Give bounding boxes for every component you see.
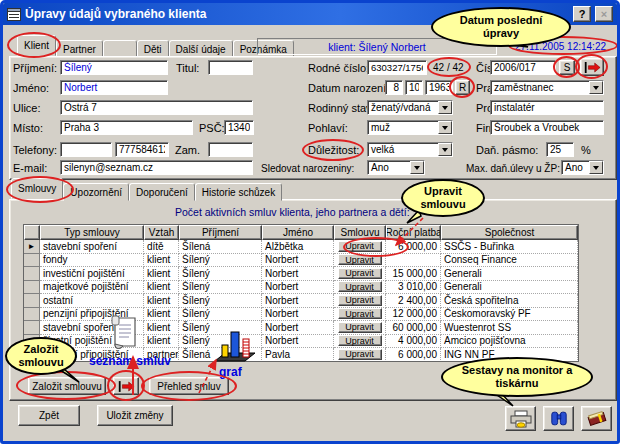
prijmeni-input[interactable] <box>60 60 168 75</box>
cell-spolecnost: Českomoravský PF <box>441 308 578 322</box>
cell-prijmeni: Šílený <box>179 294 262 308</box>
cell-smlouvu: Upravit <box>334 294 386 308</box>
pracovni-stav-select[interactable]: zaměstnanec <box>490 80 604 95</box>
sledovat-narozeniny-select[interactable]: Ano <box>367 160 425 175</box>
rok-input[interactable] <box>425 80 453 95</box>
dan-pasmo-input[interactable] <box>546 142 574 157</box>
cell-vztah: klient <box>144 254 179 268</box>
prehled-smluv-button[interactable]: Přehled smluv <box>149 377 229 395</box>
row-selector[interactable] <box>24 294 40 308</box>
cell-jmeno: Norbert <box>262 281 334 295</box>
cell-prijmeni: Šílený <box>179 308 262 322</box>
active-contracts-label: Počet aktivních smluv klienta, jeho part… <box>175 206 410 218</box>
callout-zalozit-smlouvu: Založit smlouvu <box>5 337 77 375</box>
cell-smlouvu: Upravit <box>334 240 386 254</box>
cislo-analyzy-input[interactable] <box>490 60 556 75</box>
ulozit-zmeny-button[interactable]: Uložit změny <box>97 405 173 426</box>
telefon2-input[interactable] <box>115 142 169 157</box>
row-selector[interactable] <box>24 281 40 295</box>
cell-rocni-platba: 6 000,00 <box>386 240 441 254</box>
cell-typ-smlouvy: majetkové pojištění <box>40 281 144 295</box>
upravit-button[interactable]: Upravit <box>338 349 382 360</box>
book-icon <box>586 410 608 427</box>
tab-doporuceni[interactable]: Doporučení <box>129 183 195 201</box>
zpet-button[interactable]: Zpět <box>18 405 80 426</box>
cell-vztah: klient <box>144 267 179 281</box>
tab-historie-schuzek[interactable]: Historie schůzek <box>195 183 282 201</box>
rodinny-stav-select[interactable]: ženatý/vdaná <box>367 100 453 115</box>
table-row: ►stavební spořenídítěŠílenáAlžbětkaUprav… <box>24 240 578 254</box>
s-button[interactable]: S <box>559 60 575 75</box>
den-input[interactable] <box>385 80 403 95</box>
psc-label: PSČ: <box>199 122 225 134</box>
upravit-button[interactable]: Upravit <box>338 295 382 306</box>
tab-upozorneni[interactable]: Upozornění <box>63 183 129 201</box>
printer-icon <box>509 410 533 428</box>
chevron-down-icon[interactable] <box>589 81 603 94</box>
contract-list-caption: seznam smluv <box>89 354 171 368</box>
contracts-table-header: Typ smlouvyVztahPříjmeníJménoSmlouvuRočn… <box>24 225 578 240</box>
dulezitost-select[interactable]: velká <box>367 142 453 157</box>
upravit-button[interactable]: Upravit <box>338 241 382 252</box>
pohlavi-select[interactable]: muž <box>367 120 453 135</box>
profese-input[interactable] <box>490 100 604 115</box>
rodne-cislo-input[interactable] <box>367 60 427 75</box>
row-selector[interactable]: ► <box>24 240 40 254</box>
column-header: Typ smlouvy <box>40 225 144 240</box>
ulice-input[interactable] <box>60 100 253 115</box>
tab-smlouvy[interactable]: Smlouvy <box>11 178 63 199</box>
row-selector[interactable] <box>24 267 40 281</box>
chevron-down-icon[interactable] <box>438 143 452 156</box>
help-button[interactable]: ? <box>573 6 591 22</box>
prijmeni-label: Příjmení: <box>13 62 57 74</box>
cell-smlouvu: Upravit <box>334 321 386 335</box>
dan-pasmo-label: Daň. pásmo: <box>476 144 538 156</box>
firma-input[interactable] <box>490 120 604 135</box>
help-book-button[interactable] <box>581 406 612 431</box>
chevron-down-icon[interactable] <box>410 161 424 174</box>
upravit-button[interactable]: Upravit <box>338 254 382 265</box>
misto-input[interactable] <box>60 120 193 135</box>
print-button[interactable] <box>505 406 536 431</box>
upravit-button[interactable]: Upravit <box>338 281 382 292</box>
upravit-button[interactable]: Upravit <box>338 322 382 333</box>
search-button[interactable] <box>543 406 574 431</box>
upravit-button[interactable]: Upravit <box>338 308 382 319</box>
upravit-button[interactable]: Upravit <box>338 268 382 279</box>
sledovat-narozeniny-label: Sledovat narozeniny: <box>261 163 354 174</box>
cell-rocni-platba: 60 000,00 <box>386 321 441 335</box>
close-button[interactable]: × <box>595 6 613 22</box>
cell-rocni-platba <box>386 254 441 268</box>
row-selector[interactable] <box>24 254 40 268</box>
tab-klient[interactable]: Klient <box>17 35 56 56</box>
column-header: Společnost <box>441 225 578 240</box>
cell-jmeno: Alžbětka <box>262 240 334 254</box>
r-button[interactable]: R <box>455 80 470 95</box>
row-selector[interactable] <box>24 321 40 335</box>
contract-list-button[interactable] <box>113 377 139 395</box>
max-dan-ulevy-label: Max. daň.úlevy u ŽP: <box>466 163 560 174</box>
jmeno-input[interactable] <box>60 80 168 95</box>
export-arrow-icon <box>117 380 135 393</box>
email-input[interactable] <box>60 160 253 175</box>
titul-input[interactable] <box>208 60 253 75</box>
telefon1-input[interactable] <box>60 142 112 157</box>
psc-input[interactable] <box>224 120 254 135</box>
rodinny-stav-label: Rodinný stav: <box>308 102 375 114</box>
chevron-down-icon[interactable] <box>438 101 452 114</box>
max-dan-ulevy-select[interactable]: Ano <box>561 160 604 175</box>
cell-spolecnost: SSČS - Buřinka <box>441 240 578 254</box>
row-selector[interactable] <box>24 308 40 322</box>
dulezitost-value: velká <box>368 143 438 156</box>
chevron-down-icon[interactable] <box>438 121 452 134</box>
mesic-input[interactable] <box>405 80 423 95</box>
cell-vztah: klient <box>144 294 179 308</box>
column-header: Smlouvu <box>334 225 386 240</box>
zam-input[interactable] <box>208 142 253 157</box>
chevron-down-icon[interactable] <box>589 161 603 174</box>
callout-upravit-smlouvu: Upravit smlouvu <box>401 179 485 217</box>
cell-smlouvu: Upravit <box>334 281 386 295</box>
export-analysis-button[interactable] <box>580 58 604 76</box>
upravit-button[interactable]: Upravit <box>338 335 382 346</box>
table-row: investiční pojištěníklientŠílenýNorbertU… <box>24 267 578 281</box>
